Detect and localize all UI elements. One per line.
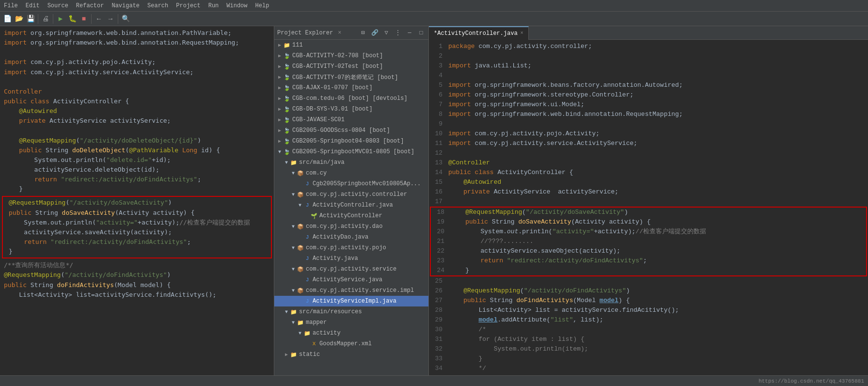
tab-close-btn[interactable]: × [521, 31, 523, 36]
menu-help[interactable]: Help [255, 2, 269, 9]
tree-item-cgb-ajax[interactable]: ▶ 🍃 CGB-AJAX-01-0707 [boot] [274, 82, 428, 93]
tree-item-cgb2005-goodscss[interactable]: ▶ 🍃 CGB2005-GOODScss-0804 [boot] [274, 125, 428, 136]
line-number: 13 [429, 158, 446, 168]
tree-item-cgb-javase[interactable]: ▶ 🍃 CGB-JAVASE-SC01 [274, 114, 428, 125]
toolbar-save[interactable]: 💾 [25, 14, 36, 24]
right-editor-panel: *ActivityController.java × 1 package com… [429, 26, 868, 375]
line-content: @Controller [446, 158, 868, 168]
menu-navigate[interactable]: Navigate [111, 2, 140, 9]
toolbar-back[interactable]: ← [94, 14, 104, 24]
toolbar-new[interactable]: 📄 [2, 14, 13, 24]
menu-project[interactable]: Project [176, 2, 200, 9]
project-icon: 🍃 [283, 127, 291, 134]
tree-label: GoodsMapper.xml [319, 340, 372, 347]
minimize-btn[interactable]: — [405, 29, 414, 37]
code-line-15: 15 @Autowired [429, 177, 868, 187]
view-menu-btn[interactable]: ⋮ [394, 29, 402, 37]
tree-item-activity-folder[interactable]: ▼ 📁 activity [274, 328, 428, 338]
menu-run[interactable]: Run [208, 2, 219, 9]
line-content [446, 71, 868, 80]
tree-item-activityserviceimpl-java[interactable]: ▶ J ActivityServiceImpl.java [274, 296, 428, 306]
tree-arrow: ▼ [276, 148, 283, 155]
tree-item-controller-pkg[interactable]: ▼ 📦 com.cy.pj.activity.controller [274, 189, 428, 200]
tree-item-src-main-java[interactable]: ▼ 📁 src/main/java [274, 157, 428, 168]
tree-item-static[interactable]: ▶ 📁 static [274, 349, 428, 360]
tree-item-cgb-db-sys[interactable]: ▶ 🍃 CGB-DB-SYS-V3.01 [boot] [274, 104, 428, 114]
menu-refactor[interactable]: Refactor [76, 2, 104, 9]
line-number: 1 [429, 42, 446, 51]
project-explorer-close[interactable]: × [338, 30, 341, 36]
menu-file[interactable]: File [4, 2, 18, 9]
tree-item-activitydao-java[interactable]: ▶ J ActivityDao.java [274, 232, 428, 242]
tree-item-mapper[interactable]: ▼ 📁 mapper [274, 317, 428, 328]
line-content: public String doFindActivitys(Model mode… [446, 296, 868, 306]
menu-edit[interactable]: Edit [26, 2, 40, 9]
code-line-23: 23 return "redirect:/activity/doFindActi… [431, 256, 866, 266]
code-line-26: 26 @RequestMapping("/activity/doFindActi… [429, 286, 868, 296]
line-number: 10 [429, 129, 446, 139]
line-content: import com.cy.pj.activity.pojo.Activity; [446, 129, 868, 139]
toolbar-stop[interactable]: ■ [79, 14, 89, 24]
java-icon: J [303, 297, 311, 305]
tree-item-cgb2005-mvc[interactable]: ▼ 🍃 CGB2005-SpringbootMVC01-0805 [boot] [274, 146, 428, 157]
toolbar-print[interactable]: 🖨 [40, 14, 51, 24]
link-editor-btn[interactable]: 🔗 [370, 29, 379, 37]
tree-item-goodsmapper-xml[interactable]: ▶ X GoodsMapper.xml [274, 338, 428, 349]
tree-arrow: ▼ [290, 223, 297, 230]
line-content [446, 197, 868, 207]
tab-activity-controller[interactable]: *ActivityController.java × [429, 26, 529, 40]
tree-item-activitycontroller-spring[interactable]: ▶ 🌱 ActivityController [274, 210, 428, 221]
menu-window[interactable]: Window [226, 2, 247, 9]
tree-item-pojo-pkg[interactable]: ▼ 📦 com.cy.pj.activity.pojo [274, 242, 428, 253]
tree-arrow: ▶ [276, 127, 283, 134]
tree-item-cgb2005-app[interactable]: ▶ J Cgb2005SpringbootMvc010805Ap... [274, 178, 428, 189]
line-content: System.out.println(item); [446, 344, 868, 354]
menu-source[interactable]: Source [47, 2, 68, 9]
toolbar-sep-2 [53, 14, 53, 24]
tree-item-cgb-activity-02-708[interactable]: ▶ 🍃 CGB-ACTIVITY-02-708 [boot] [274, 50, 428, 61]
tree-item-service-impl-pkg[interactable]: ▼ 📦 com.cy.pj.activity.service.impl [274, 285, 428, 296]
collapse-all-btn[interactable]: ⊟ [359, 29, 367, 37]
code-editor[interactable]: 1 package com.cy.pj.activity.controller;… [429, 40, 868, 375]
line-content: return "redirect:/activity/doFindActivit… [448, 256, 866, 266]
code-line-10: 10 import com.cy.pj.activity.pojo.Activi… [429, 129, 868, 139]
toolbar-debug[interactable]: 🐛 [67, 14, 78, 24]
line-number: 15 [429, 177, 446, 187]
tree-arrow: ▶ [276, 116, 283, 123]
tree-item-activity-java[interactable]: ▶ J Activity.java [274, 253, 428, 264]
toolbar-forward[interactable]: → [105, 14, 116, 24]
tree-item-cgb2005-springboot04[interactable]: ▶ 🍃 CGB2005-Springboot04-0803 [boot] [274, 136, 428, 146]
line-number: 28 [429, 306, 446, 315]
tree-item-cgb-activity-07[interactable]: ▶ 🍃 CGB-ACTIVITY-07的老师笔记 [boot] [274, 72, 428, 82]
tree-label: 111 [292, 42, 303, 48]
tree-item-activitycontroller-java[interactable]: ▼ J ActivityController.java [274, 200, 428, 210]
toolbar-run[interactable]: ▶ [55, 14, 66, 24]
line-number: 27 [429, 296, 446, 306]
tree-item-com-cy[interactable]: ▼ 📦 com.cy [274, 168, 428, 178]
menu-search[interactable]: Search [147, 2, 168, 9]
package-icon: 📦 [297, 244, 304, 252]
tree-item-cgb-activity-02test[interactable]: ▶ 🍃 CGB-ACTIVITY-02Test [boot] [274, 61, 428, 72]
toolbar-search[interactable]: 🔍 [120, 14, 131, 24]
line-number: 20 [431, 227, 448, 237]
status-bar: https://blog.csdn.net/qq_43765881 [0, 375, 868, 386]
maximize-btn[interactable]: □ [417, 29, 426, 37]
line-number: 24 [431, 266, 448, 275]
tree-item-src-main-resources[interactable]: ▼ 📁 src/main/resources [274, 306, 428, 317]
tree-item-111[interactable]: ▶ 📁 111 [274, 40, 428, 50]
folder-icon: 📁 [297, 319, 304, 326]
line-number: 6 [429, 90, 446, 100]
code-line-1: 1 package com.cy.pj.activity.controller; [429, 42, 868, 51]
tree-label: CGB-ACTIVITY-02-708 [boot] [292, 52, 383, 59]
line-number: 18 [431, 208, 448, 217]
tree-item-dao-pkg[interactable]: ▼ 📦 com.cy.pj.activity.dao [274, 221, 428, 232]
tree-item-cgb-com-tedu[interactable]: ▶ 🍃 CGB-com.tedu-06 [boot] [devtools] [274, 93, 428, 104]
code-line-12: 12 [429, 148, 868, 158]
tree-arrow: ▶ [283, 351, 290, 358]
line-number: 8 [429, 110, 446, 119]
tree-item-activityservice-java[interactable]: ▶ J ActivityService.java [274, 274, 428, 285]
filter-btn[interactable]: ▽ [382, 29, 391, 37]
code-line-20: 20 System.out.println("activity="+activi… [431, 227, 866, 237]
tree-item-service-pkg[interactable]: ▼ 📦 com.cy.pj.activity.service [274, 264, 428, 274]
toolbar-open[interactable]: 📂 [14, 14, 24, 24]
